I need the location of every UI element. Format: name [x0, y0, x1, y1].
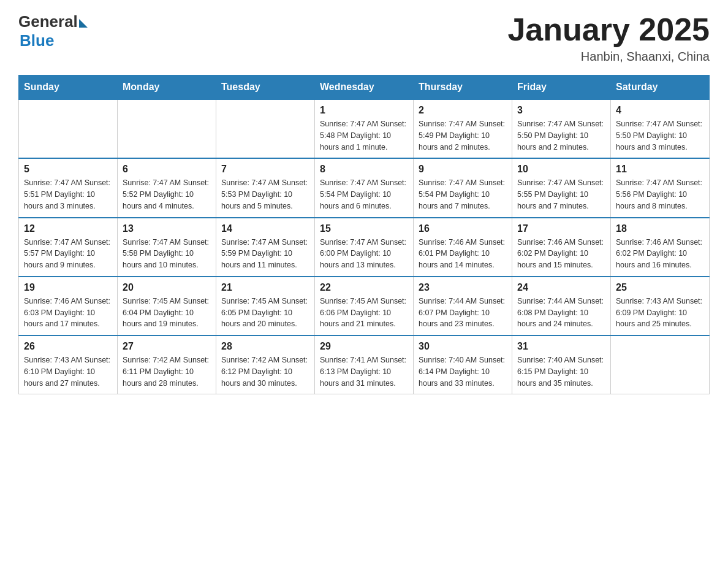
day-number: 7 — [221, 164, 309, 175]
calendar-week-row: 19Sunrise: 7:46 AM Sunset: 6:03 PM Dayli… — [19, 277, 710, 335]
day-info: Sunrise: 7:47 AM Sunset: 5:54 PM Dayligh… — [320, 177, 408, 212]
logo-arrow-icon — [79, 19, 88, 28]
day-info: Sunrise: 7:45 AM Sunset: 6:06 PM Dayligh… — [320, 296, 408, 330]
day-info: Sunrise: 7:47 AM Sunset: 5:54 PM Dayligh… — [419, 177, 507, 212]
calendar-day-cell: 2Sunrise: 7:47 AM Sunset: 5:49 PM Daylig… — [414, 99, 512, 158]
calendar-day-cell: 19Sunrise: 7:46 AM Sunset: 6:03 PM Dayli… — [19, 277, 118, 335]
calendar-day-cell: 21Sunrise: 7:45 AM Sunset: 6:05 PM Dayli… — [216, 277, 315, 335]
day-info: Sunrise: 7:47 AM Sunset: 5:56 PM Dayligh… — [616, 177, 704, 212]
calendar-day-cell: 5Sunrise: 7:47 AM Sunset: 5:51 PM Daylig… — [19, 158, 118, 217]
day-number: 20 — [123, 282, 211, 293]
calendar-day-cell: 29Sunrise: 7:41 AM Sunset: 6:13 PM Dayli… — [315, 335, 414, 394]
day-number: 4 — [616, 105, 704, 116]
day-info: Sunrise: 7:41 AM Sunset: 6:13 PM Dayligh… — [320, 354, 408, 389]
calendar-day-header: Tuesday — [216, 75, 315, 100]
day-number: 27 — [123, 341, 211, 352]
day-info: Sunrise: 7:46 AM Sunset: 6:01 PM Dayligh… — [419, 237, 507, 271]
logo: General Blue — [18, 12, 88, 50]
day-number: 12 — [24, 223, 112, 234]
calendar-day-cell: 6Sunrise: 7:47 AM Sunset: 5:52 PM Daylig… — [118, 158, 216, 217]
calendar-day-cell: 3Sunrise: 7:47 AM Sunset: 5:50 PM Daylig… — [512, 99, 611, 158]
day-number: 30 — [419, 341, 507, 352]
day-number: 21 — [221, 282, 309, 293]
page-header: General Blue January 2025 Hanbin, Shaanx… — [18, 12, 710, 64]
calendar-table: SundayMondayTuesdayWednesdayThursdayFrid… — [18, 75, 710, 394]
day-info: Sunrise: 7:43 AM Sunset: 6:09 PM Dayligh… — [616, 296, 704, 330]
calendar-day-cell: 15Sunrise: 7:47 AM Sunset: 6:00 PM Dayli… — [315, 218, 414, 277]
calendar-day-cell — [611, 335, 710, 394]
calendar-day-cell: 18Sunrise: 7:46 AM Sunset: 6:02 PM Dayli… — [611, 218, 710, 277]
calendar-week-row: 1Sunrise: 7:47 AM Sunset: 5:48 PM Daylig… — [19, 99, 710, 158]
day-info: Sunrise: 7:42 AM Sunset: 6:12 PM Dayligh… — [221, 354, 309, 389]
day-number: 11 — [616, 164, 704, 175]
day-info: Sunrise: 7:42 AM Sunset: 6:11 PM Dayligh… — [123, 354, 211, 389]
calendar-day-cell: 26Sunrise: 7:43 AM Sunset: 6:10 PM Dayli… — [19, 335, 118, 394]
calendar-day-header: Saturday — [611, 75, 710, 100]
day-info: Sunrise: 7:47 AM Sunset: 5:52 PM Dayligh… — [123, 177, 211, 212]
day-info: Sunrise: 7:44 AM Sunset: 6:08 PM Dayligh… — [517, 296, 605, 330]
calendar-day-cell: 1Sunrise: 7:47 AM Sunset: 5:48 PM Daylig… — [315, 99, 414, 158]
calendar-day-cell: 7Sunrise: 7:47 AM Sunset: 5:53 PM Daylig… — [216, 158, 315, 217]
calendar-day-cell: 23Sunrise: 7:44 AM Sunset: 6:07 PM Dayli… — [414, 277, 512, 335]
title-section: January 2025 Hanbin, Shaanxi, China — [507, 12, 710, 64]
calendar-day-cell — [19, 99, 118, 158]
calendar-header-row: SundayMondayTuesdayWednesdayThursdayFrid… — [19, 75, 710, 100]
calendar-day-cell: 8Sunrise: 7:47 AM Sunset: 5:54 PM Daylig… — [315, 158, 414, 217]
day-info: Sunrise: 7:47 AM Sunset: 5:50 PM Dayligh… — [517, 118, 605, 153]
day-number: 14 — [221, 223, 309, 234]
day-info: Sunrise: 7:47 AM Sunset: 5:58 PM Dayligh… — [123, 237, 211, 271]
day-number: 13 — [123, 223, 211, 234]
calendar-week-row: 12Sunrise: 7:47 AM Sunset: 5:57 PM Dayli… — [19, 218, 710, 277]
day-number: 24 — [517, 282, 605, 293]
day-number: 18 — [616, 223, 704, 234]
calendar-day-cell: 27Sunrise: 7:42 AM Sunset: 6:11 PM Dayli… — [118, 335, 216, 394]
calendar-day-cell: 16Sunrise: 7:46 AM Sunset: 6:01 PM Dayli… — [414, 218, 512, 277]
calendar-day-cell: 14Sunrise: 7:47 AM Sunset: 5:59 PM Dayli… — [216, 218, 315, 277]
day-number: 29 — [320, 341, 408, 352]
day-info: Sunrise: 7:47 AM Sunset: 5:57 PM Dayligh… — [24, 237, 112, 271]
day-info: Sunrise: 7:47 AM Sunset: 6:00 PM Dayligh… — [320, 237, 408, 271]
calendar-day-cell: 9Sunrise: 7:47 AM Sunset: 5:54 PM Daylig… — [414, 158, 512, 217]
calendar-day-header: Thursday — [414, 75, 512, 100]
calendar-day-cell: 24Sunrise: 7:44 AM Sunset: 6:08 PM Dayli… — [512, 277, 611, 335]
calendar-day-header: Monday — [118, 75, 216, 100]
day-info: Sunrise: 7:40 AM Sunset: 6:15 PM Dayligh… — [517, 354, 605, 389]
day-number: 16 — [419, 223, 507, 234]
calendar-day-header: Friday — [512, 75, 611, 100]
calendar-day-cell — [118, 99, 216, 158]
calendar-day-cell: 17Sunrise: 7:46 AM Sunset: 6:02 PM Dayli… — [512, 218, 611, 277]
calendar-day-cell: 28Sunrise: 7:42 AM Sunset: 6:12 PM Dayli… — [216, 335, 315, 394]
location-label: Hanbin, Shaanxi, China — [507, 50, 710, 64]
day-number: 19 — [24, 282, 112, 293]
day-info: Sunrise: 7:47 AM Sunset: 5:48 PM Dayligh… — [320, 118, 408, 153]
day-number: 3 — [517, 105, 605, 116]
calendar-week-row: 5Sunrise: 7:47 AM Sunset: 5:51 PM Daylig… — [19, 158, 710, 217]
day-info: Sunrise: 7:46 AM Sunset: 6:02 PM Dayligh… — [517, 237, 605, 271]
day-info: Sunrise: 7:47 AM Sunset: 5:53 PM Dayligh… — [221, 177, 309, 212]
month-title: January 2025 — [507, 12, 710, 47]
day-number: 17 — [517, 223, 605, 234]
calendar-day-header: Sunday — [19, 75, 118, 100]
day-number: 9 — [419, 164, 507, 175]
day-info: Sunrise: 7:45 AM Sunset: 6:05 PM Dayligh… — [221, 296, 309, 330]
calendar-day-cell: 4Sunrise: 7:47 AM Sunset: 5:50 PM Daylig… — [611, 99, 710, 158]
calendar-day-cell: 10Sunrise: 7:47 AM Sunset: 5:55 PM Dayli… — [512, 158, 611, 217]
calendar-day-cell: 11Sunrise: 7:47 AM Sunset: 5:56 PM Dayli… — [611, 158, 710, 217]
day-number: 5 — [24, 164, 112, 175]
calendar-day-cell: 20Sunrise: 7:45 AM Sunset: 6:04 PM Dayli… — [118, 277, 216, 335]
calendar-day-cell: 25Sunrise: 7:43 AM Sunset: 6:09 PM Dayli… — [611, 277, 710, 335]
day-number: 25 — [616, 282, 704, 293]
day-number: 1 — [320, 105, 408, 116]
calendar-day-cell: 30Sunrise: 7:40 AM Sunset: 6:14 PM Dayli… — [414, 335, 512, 394]
day-number: 31 — [517, 341, 605, 352]
calendar-day-cell: 12Sunrise: 7:47 AM Sunset: 5:57 PM Dayli… — [19, 218, 118, 277]
day-number: 2 — [419, 105, 507, 116]
day-info: Sunrise: 7:46 AM Sunset: 6:03 PM Dayligh… — [24, 296, 112, 330]
day-info: Sunrise: 7:47 AM Sunset: 5:49 PM Dayligh… — [419, 118, 507, 153]
day-info: Sunrise: 7:47 AM Sunset: 5:51 PM Dayligh… — [24, 177, 112, 212]
calendar-day-cell: 31Sunrise: 7:40 AM Sunset: 6:15 PM Dayli… — [512, 335, 611, 394]
day-info: Sunrise: 7:40 AM Sunset: 6:14 PM Dayligh… — [419, 354, 507, 389]
day-number: 28 — [221, 341, 309, 352]
day-info: Sunrise: 7:43 AM Sunset: 6:10 PM Dayligh… — [24, 354, 112, 389]
day-info: Sunrise: 7:47 AM Sunset: 5:50 PM Dayligh… — [616, 118, 704, 153]
